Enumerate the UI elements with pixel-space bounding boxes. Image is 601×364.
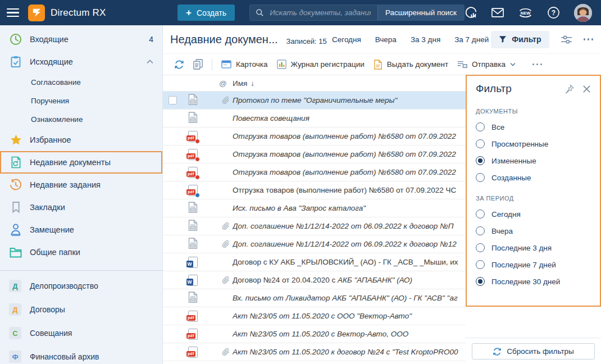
- radio-button[interactable]: [476, 226, 485, 235]
- radio-option[interactable]: Последние 7 дней: [476, 260, 591, 269]
- sidebar-module-label: Финансовый архив: [30, 352, 99, 361]
- radio-button[interactable]: [476, 210, 485, 219]
- sidebar-item-inbox[interactable]: Входящие4: [0, 28, 162, 51]
- pin-icon[interactable]: [564, 84, 575, 94]
- file-type-cell: [182, 220, 203, 233]
- hamburger-menu-icon[interactable]: [7, 8, 19, 17]
- whats-new-icon[interactable]: NEW: [518, 6, 533, 20]
- quick-filter-3[interactable]: За 3 дня: [411, 35, 440, 44]
- radio-option[interactable]: Сегодня: [476, 210, 591, 219]
- pdf-file-icon: pdf: [188, 311, 198, 322]
- close-icon[interactable]: [582, 85, 591, 93]
- quick-filter-1[interactable]: Сегодня: [332, 35, 361, 44]
- attachment-cell: [219, 348, 233, 356]
- file-type-cell: [182, 238, 203, 251]
- document-file-icon: [188, 292, 198, 304]
- help-icon[interactable]: ?: [547, 6, 560, 19]
- bar-chart-icon: [277, 60, 286, 69]
- clock-icon: [9, 33, 22, 46]
- sidebar-item-favorites[interactable]: Избранное: [0, 129, 162, 151]
- topbar: Directum RX + Создать Расширенный поиск …: [0, 0, 601, 25]
- row-checkbox[interactable]: [169, 96, 177, 104]
- card-button[interactable]: Карточка: [217, 58, 272, 71]
- app-name: Directum RX: [51, 7, 106, 19]
- radio-button[interactable]: [476, 260, 485, 269]
- file-type-cell: [182, 202, 203, 215]
- create-button-label: Создать: [197, 8, 226, 17]
- quick-filter-4[interactable]: За 7 дней: [454, 35, 489, 44]
- copy-button[interactable]: [189, 57, 207, 72]
- mail-icon[interactable]: [491, 8, 504, 17]
- pdf-file-icon: pdf: [188, 347, 198, 358]
- pdf-file-icon: pdf: [188, 149, 198, 160]
- sidebar-module-financial-archive[interactable]: ФФинансовый архив: [0, 345, 162, 364]
- sidebar-item-assignments[interactable]: Поручения: [0, 92, 162, 110]
- file-type-cell: pdf: [182, 185, 203, 196]
- radio-button[interactable]: [476, 156, 485, 165]
- sidebar-item-recent-tasks[interactable]: Недавние задания: [0, 174, 162, 196]
- send-button[interactable]: Отправка: [453, 58, 520, 71]
- radio-button[interactable]: [476, 277, 485, 286]
- radio-option[interactable]: Измененные: [476, 156, 591, 165]
- recentTask-icon: [9, 179, 22, 191]
- filter-button[interactable]: Фильтр: [491, 31, 549, 48]
- registration-journal-button[interactable]: Журнал регистрации: [272, 57, 369, 71]
- sidebar-item-outbox[interactable]: Исходящие: [0, 51, 162, 73]
- sidebar-item-recent-documents[interactable]: Недавние документы: [0, 151, 162, 174]
- radio-button[interactable]: [476, 139, 485, 148]
- radio-option[interactable]: Созданные: [476, 173, 591, 182]
- sidebar-module-label: Договоры: [30, 305, 65, 314]
- attachment-column-header[interactable]: @: [219, 79, 233, 88]
- search-input[interactable]: [268, 8, 372, 17]
- star-icon: [9, 134, 22, 146]
- radio-label: Последние 7 дней: [491, 261, 556, 269]
- sidebar-module-label: Делопроизводство: [30, 281, 98, 290]
- sidebar: Входящие4ИсходящиеСогласованиеПорученияО…: [0, 25, 163, 364]
- module-letter-icon: Д: [9, 303, 21, 316]
- directum-logo-icon: [28, 4, 45, 21]
- sidebar-item-approval[interactable]: Согласование: [0, 73, 162, 92]
- pdf-file-icon: pdf: [188, 329, 198, 340]
- chevron-up-icon[interactable]: [147, 60, 153, 64]
- search-field[interactable]: [250, 5, 377, 20]
- monitoring-icon[interactable]: [465, 6, 477, 19]
- sidebar-module-contracts[interactable]: ДДоговоры: [0, 298, 162, 321]
- quick-filter-2[interactable]: Вчера: [375, 35, 397, 44]
- refresh-button[interactable]: [170, 57, 189, 72]
- file-type-cell: W: [182, 275, 203, 286]
- issue-document-button[interactable]: Выдать документ: [369, 57, 453, 72]
- sidebar-item-bookmarks[interactable]: Закладки: [0, 196, 162, 219]
- radio-option[interactable]: Последние 3 дня: [476, 243, 591, 252]
- radio-option[interactable]: Вчера: [476, 226, 591, 235]
- radio-button[interactable]: [476, 173, 485, 182]
- sidebar-item-substitution[interactable]: Замещение: [0, 219, 162, 241]
- more-options-icon[interactable]: [584, 38, 594, 40]
- document-file-icon: [188, 220, 198, 233]
- pdf-file-icon: pdf: [188, 167, 198, 178]
- radio-option[interactable]: Последние 30 дней: [476, 277, 591, 286]
- advanced-search-button[interactable]: Расширенный поиск: [377, 5, 464, 20]
- view-settings-icon[interactable]: [561, 35, 572, 44]
- app-logo[interactable]: Directum RX: [28, 4, 177, 21]
- user-avatar[interactable]: [574, 4, 592, 22]
- radio-label: Последние 30 дней: [491, 277, 560, 286]
- radio-button[interactable]: [476, 243, 485, 252]
- row-checkbox-cell: [163, 96, 182, 104]
- radio-label: Сегодня: [491, 210, 521, 219]
- filter-sections: ДОКУМЕНТЫВсеПросмотренныеИзмененныеСозда…: [476, 108, 591, 286]
- radio-option[interactable]: Все: [476, 122, 591, 131]
- sidebar-module-meetings[interactable]: ССовещания: [0, 321, 162, 345]
- sidebar-item-label: Замещение: [30, 225, 74, 234]
- filter-pane: Фильтр ДОКУМЕНТЫВсеПросмотренныеИзмененн…: [466, 75, 601, 364]
- toolbar-more-icon[interactable]: [528, 61, 547, 68]
- create-button[interactable]: + Создать: [177, 4, 235, 21]
- records-count: Записей: 15: [286, 37, 327, 46]
- reset-filters-button[interactable]: Сбросить фильтры: [472, 343, 595, 360]
- reset-filters-label: Сбросить фильтры: [507, 347, 574, 356]
- sidebar-item-acquaintance[interactable]: Ознакомление: [0, 110, 162, 129]
- sidebar-item-shared-folders[interactable]: Общие папки: [0, 241, 162, 263]
- radio-option[interactable]: Просмотренные: [476, 139, 591, 148]
- content-header: Недавние докумен... Записей: 15 СегодняВ…: [163, 25, 601, 53]
- sidebar-module-records-management[interactable]: ДДелопроизводство: [0, 274, 162, 298]
- radio-button[interactable]: [476, 122, 485, 131]
